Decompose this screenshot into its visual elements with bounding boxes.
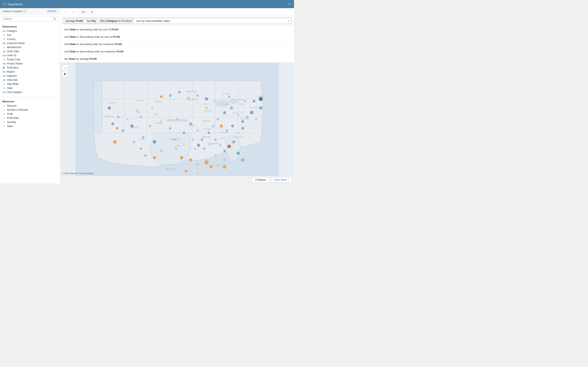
svg-point-49 [117, 116, 120, 118]
svg-point-122 [140, 116, 142, 118]
query-clear-button[interactable]: × [286, 19, 291, 23]
sidebar-item-ship-date[interactable]: ▦ Ship Date [0, 78, 60, 82]
toolbar: ← → ⊞ ▾ ⇄ [60, 8, 294, 16]
svg-point-87 [237, 114, 239, 116]
svg-point-103 [213, 100, 216, 102]
forward-button[interactable]: → [70, 9, 77, 15]
app-title: Superstore [8, 2, 22, 6]
dimension-name: Ship Date [7, 78, 18, 81]
dimensions-label: Dimensions [0, 25, 60, 29]
sidebar-item-ship-mode[interactable]: ⊕ Ship Mode [0, 82, 60, 86]
measure-name: Profit [7, 113, 13, 115]
view-icon: ⊞ [82, 11, 84, 14]
back-button[interactable]: ← [63, 9, 69, 15]
hash-icon: # [2, 113, 6, 115]
suggestions-panel: sort State in ascending order by sum of … [60, 26, 294, 63]
svg-point-73 [174, 147, 177, 150]
svg-text:Louisiana: Louisiana [211, 142, 219, 145]
suggestion-4[interactable]: sort State in descending order by maximu… [60, 48, 294, 55]
feedback-button[interactable]: Feedback [252, 177, 270, 183]
sidebar-item-profit[interactable]: # Profit [0, 112, 60, 116]
svg-point-116 [197, 144, 200, 147]
dimension-name: Manufacturer [7, 46, 21, 49]
sidebar-item-profit-ratio[interactable]: # Profit Ratio [0, 116, 60, 120]
view-button[interactable]: ⊞ ▾ [80, 10, 87, 15]
sidebar-item-state[interactable]: ⊕ State [0, 86, 60, 90]
swap-icon: ⇄ [91, 11, 93, 14]
sidebar-item-city[interactable]: ⊕ City [0, 33, 60, 37]
home-button[interactable]: ⌂ [62, 65, 68, 71]
svg-point-63 [116, 127, 118, 130]
svg-point-112 [219, 144, 221, 147]
dimension-name: Sub-Category [7, 91, 22, 94]
sidebar-item-quantity[interactable]: # Quantity [0, 120, 60, 124]
search-bar[interactable]: 🔍 [2, 16, 58, 21]
svg-text:California: California [105, 115, 113, 117]
sidebar-item-discount[interactable]: # Discount [0, 104, 60, 108]
sidebar-item-order-date[interactable]: ▦ Order Date [0, 49, 60, 53]
svg-point-81 [201, 138, 203, 141]
sidebar-item-category[interactable]: Abc Category [0, 29, 60, 33]
close-button[interactable]: × [288, 2, 291, 6]
titlebar: ⬡ Superstore × [0, 0, 294, 8]
svg-point-121 [241, 158, 245, 162]
suggestion-5[interactable]: top State by average Profit [60, 55, 294, 63]
svg-point-55 [142, 136, 144, 138]
sidebar-item-region[interactable]: Abc Region [0, 70, 60, 74]
sidebar-item-postal-code[interactable]: ⊕ Postal Code [0, 58, 60, 62]
svg-point-90 [250, 111, 254, 114]
dimension-name: Postal Code [7, 58, 20, 61]
swap-button[interactable]: ⇄ [89, 10, 95, 15]
sidebar-item-manufacturer[interactable]: ⊘ Manufacturer [0, 45, 60, 49]
measure-name: Discount [7, 104, 17, 107]
svg-text:Michigan: Michigan [238, 103, 245, 105]
sidebar-item-sales[interactable]: # Sales [0, 124, 60, 128]
sidebar-item-number-of-records[interactable]: # Number of Records [0, 108, 60, 112]
query-input[interactable] [135, 18, 286, 23]
svg-point-123 [160, 120, 162, 123]
sidebar-item-country[interactable]: ⊕ Country [0, 37, 60, 41]
expand-button[interactable]: ▶ [62, 71, 68, 77]
sidebar-item-segment[interactable]: Abc Segment [0, 74, 60, 78]
learn-more-button[interactable]: Learn More ↗ [271, 177, 292, 183]
svg-point-126 [214, 154, 217, 157]
svg-point-89 [246, 116, 248, 118]
abc-icon: Abc [2, 71, 6, 73]
svg-point-84 [217, 118, 219, 120]
query-bar-wrapper[interactable]: average Profit by City filter Category t… [63, 18, 292, 24]
refresh-button[interactable]: Refresh ‹ [47, 10, 58, 13]
globe-icon: ⊕ [2, 83, 6, 85]
dimension-name: Segment [7, 75, 17, 77]
svg-point-67 [189, 158, 192, 162]
svg-text:Wyoming: Wyoming [155, 101, 162, 103]
svg-text:Indiana: Indiana [233, 112, 238, 114]
svg-point-62 [113, 140, 117, 144]
info-icon[interactable]: i [23, 10, 26, 13]
sidebar: Analysis complete i Refresh ‹ 🔍 Dimensio… [0, 8, 60, 184]
sidebar-item-order-id[interactable]: Abc Order ID [0, 53, 60, 58]
measure-name: Sales [7, 125, 13, 128]
sidebar-item-profit-bin[interactable]: ▋ Profit (bin) [0, 66, 60, 70]
svg-point-59 [133, 141, 135, 143]
search-input[interactable] [4, 17, 53, 20]
svg-point-58 [140, 148, 142, 150]
search-icon: 🔍 [53, 17, 56, 20]
suggestion-3[interactable]: sort State in ascending order by maximum… [60, 41, 294, 48]
svg-text:Missouri: Missouri [204, 110, 211, 112]
svg-point-76 [169, 127, 172, 129]
suggestion-2[interactable]: sort State in descending order by sum of… [60, 33, 294, 41]
svg-point-64 [151, 107, 153, 109]
sidebar-item-sub-category[interactable]: Abc Sub-Category [0, 90, 60, 94]
suggestion-1[interactable]: sort State in ascending order by sum of … [60, 26, 294, 33]
svg-point-118 [185, 170, 187, 173]
dimension-name: Ship Mode [7, 83, 18, 85]
sidebar-item-product-name[interactable]: Abc Product Name [0, 62, 60, 66]
svg-point-94 [253, 100, 255, 103]
svg-point-86 [230, 106, 233, 110]
svg-text:Georgia: Georgia [220, 137, 226, 139]
sidebar-item-customer-name[interactable]: Abc Customer Name [0, 41, 60, 45]
svg-point-124 [173, 138, 176, 141]
svg-point-119 [196, 172, 199, 175]
svg-point-120 [237, 151, 240, 155]
query-filter-category: filter Category to Furniture [98, 18, 134, 24]
